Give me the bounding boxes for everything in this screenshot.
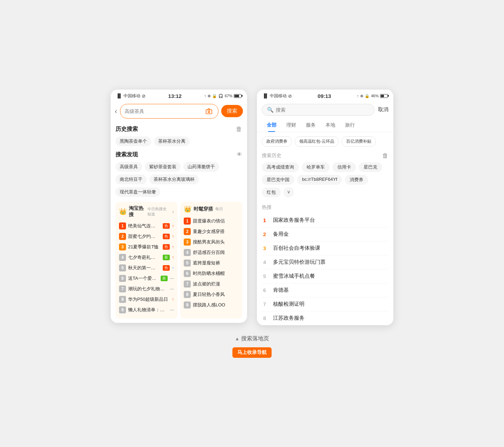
search-header-1: ‹ 搜索 [111,101,247,121]
status-right-2: ↑ ⊕ 🔒 46% [357,94,388,98]
htag-5[interactable]: 星巴克中国 [262,175,294,185]
expand-history-button[interactable]: ∨ [284,187,294,197]
search-button-taobao[interactable]: 搜索 [221,105,243,117]
htag-1[interactable]: 高考成绩查询 [262,162,299,172]
hot-search-item-5[interactable]: 5 蜜雪冰城手机点餐 [262,269,388,283]
discovery-tag-4[interactable]: 南北特豆干 [115,175,147,184]
bottom-label: ▲ 搜索落地页 马上收录导航 [232,335,272,358]
hot-num-f2: 2 [184,228,191,235]
hot-rank-2: 2 [262,231,267,237]
tab-travel[interactable]: 旅行 [340,119,360,132]
hot-badge-t3: 热 [163,244,170,250]
hot-search-item-1[interactable]: 1 国家政务服务平台 [262,213,388,227]
hot-search-item-4[interactable]: 4 多元宝贝特价游玩门票 [262,255,388,269]
battery-text-2: 46% [371,94,379,98]
promo-tag-1[interactable]: 政府消费券 [262,136,292,147]
tab-all[interactable]: 全部 [262,119,281,132]
trend-t5: ↑ [172,265,174,270]
hot-item-f1[interactable]: 1 甜度爆表の情侣 [184,216,239,226]
hot-item-t1[interactable]: 1 绝美仙气连衣裙 热 ↑ [119,221,174,231]
tab-local[interactable]: 本地 [321,119,340,132]
eye-icon-discovery[interactable]: 👁 [237,151,242,158]
search-bar-alipay[interactable]: 🔍 [262,104,374,116]
search-bar-taobao[interactable] [120,104,218,119]
discovery-tag-6[interactable]: 现代茶盘一体轻奢 [115,187,160,197]
signal-icon-2: ▐▌ [262,93,268,98]
discovery-tag-1[interactable]: 高级茶具 [115,162,142,172]
history-tag-2[interactable]: 茶杯茶水分离 [154,136,190,146]
hot-rank-3: 3 [262,245,267,251]
hot-rank-5: 5 [262,273,267,279]
hot-item-f3[interactable]: 3 搜酷男友风街头 [184,237,239,247]
discovery-title: 搜索发现 [115,151,138,158]
hot-search-item-3[interactable]: 3 百创社会自考体验课 [262,241,388,255]
hot-item-f7[interactable]: 7 波点裙的烂漫 [184,279,239,289]
hot-badge-t5: 热 [163,265,170,271]
hot-text-t2: 甜蜜七夕约会穿搭 [128,233,160,240]
hot-item-t7[interactable]: 7 潮玩的七夕礼物要特别 — [119,284,174,294]
hot-card-arrow-taobao[interactable]: › [172,209,174,214]
htag-2[interactable]: 哈罗单车 [302,162,330,172]
trash-icon-history[interactable]: 🗑 [236,126,242,133]
history-tag-1[interactable]: 黑陶茶壶单个 [115,136,151,146]
cancel-button[interactable]: 取消 [378,106,388,113]
hot-item-f2[interactable]: 2 童趣少女感穿搭 [184,226,239,237]
back-button[interactable]: ‹ [115,107,117,115]
discovery-tag-2[interactable]: 紫砂茶壶套装 [145,162,181,172]
hot-item-f6[interactable]: 6 时尚防晒水桶帽 [184,268,239,279]
location-icon-2: ⊕ [360,94,363,98]
hot-text-f5: 遮胯显瘦短裤 [193,260,239,266]
discovery-tag-5[interactable]: 茶杯茶水分离玻璃杯 [149,175,199,184]
hot-text-f8: 夏日轻熟小香风 [193,291,239,298]
promo-tag-3[interactable]: 百亿消费补贴 [342,136,376,147]
hot-item-t8[interactable]: 8 华为P50超级新品日 ↑ [119,294,174,305]
hot-card-taobao: 👑 淘宝热搜 今日热搜全知道 › 1 绝美仙气连衣裙 热 ↑ 2 甜蜜七夕约会穿… [115,202,177,319]
tab-service[interactable]: 服务 [301,119,321,132]
hot-item-f8[interactable]: 8 夏日轻熟小香风 [184,289,239,300]
hot-item-f5[interactable]: 5 遮胯显瘦短裤 [184,258,239,268]
htag-6[interactable]: bc:/rTb8REF64Yf [297,175,342,185]
htag-3[interactable]: 信用卡 [332,162,356,172]
hot-num-t9: 9 [119,306,126,313]
hot-item-t9[interactable]: 9 懒人礼物清单：家具篇 — [119,305,174,315]
hot-rank-4: 4 [262,259,267,265]
search-input-taobao[interactable] [125,108,204,114]
status-bar-2: ▐▌ 中国移动 ⊘ 09:13 ↑ ⊕ 🔒 46% [257,90,393,101]
hot-item-t5[interactable]: 5 秋天的第一杯咖啡 热 ↑ [119,263,174,273]
hot-search-item-6[interactable]: 6 肯德基 [262,283,388,297]
hot-text-f7: 波点裙的烂漫 [193,281,239,287]
htag-4[interactable]: 星巴克 [359,162,382,172]
search-input-alipay[interactable] [276,107,369,113]
htag-7[interactable]: 消费券 [345,175,368,185]
htag-8[interactable]: 红包 [262,187,281,197]
discovery-title-row: 搜索发现 👁 [115,151,242,158]
hot-text-f4: 舒适感百分百阔 [193,249,239,256]
discovery-tag-3[interactable]: 山药薄脆饼干 [183,162,219,172]
hot-item-t3[interactable]: 3 21夏季爆款T恤 热 ↑ [119,242,174,252]
history-title: 历史搜索 [115,126,138,133]
hot-item-t2[interactable]: 2 甜蜜七夕约会穿搭 热 ↑ [119,231,174,242]
hot-card-sub-taobao: 今日热搜全知道 [147,206,170,217]
tab-finance[interactable]: 理财 [281,119,301,132]
bottom-brand[interactable]: 马上收录导航 [232,347,272,358]
hot-search-item-2[interactable]: 2 备用金 [262,227,388,241]
trash-icon-history-2[interactable]: 🗑 [382,152,388,159]
wifi-icon-2: ⊘ [288,93,292,99]
tabs-row: 全部 理财 服务 本地 旅行 [257,119,393,132]
phone-alipay: ▐▌ 中国移动 ⊘ 09:13 ↑ ⊕ 🔒 46% 🔍 取消 [257,90,393,325]
hot-text-t8: 华为P50超级新品日 [128,296,170,303]
hot-search-item-8[interactable]: 8 江苏政务服务 [262,311,388,325]
hot-badge-t4: 新 [163,255,170,260]
camera-button[interactable] [204,106,214,116]
carrier-2: ▐▌ 中国移动 ⊘ [262,93,292,99]
hot-item-t4[interactable]: 4 七夕奇葩礼物大赏 新 ↑ [119,252,174,263]
hot-search-item-7[interactable]: 7 核酸检测证明 [262,297,388,311]
hot-text-t4: 七夕奇葩礼物大赏 [128,254,160,261]
hot-num-f8: 8 [184,291,191,298]
hot-item-t6[interactable]: 6 送TA一个爱的抱抱！ 新 — [119,273,174,284]
hot-item-f4[interactable]: 4 舒适感百分百阔 [184,247,239,258]
hot-item-f9[interactable]: 9 摆脱路人感LOO [184,300,239,310]
promo-tag-2[interactable]: 领高温红包-云环品 [295,136,339,147]
hot-num-f7: 7 [184,281,191,288]
hot-text-t1: 绝美仙气连衣裙 [128,223,160,229]
